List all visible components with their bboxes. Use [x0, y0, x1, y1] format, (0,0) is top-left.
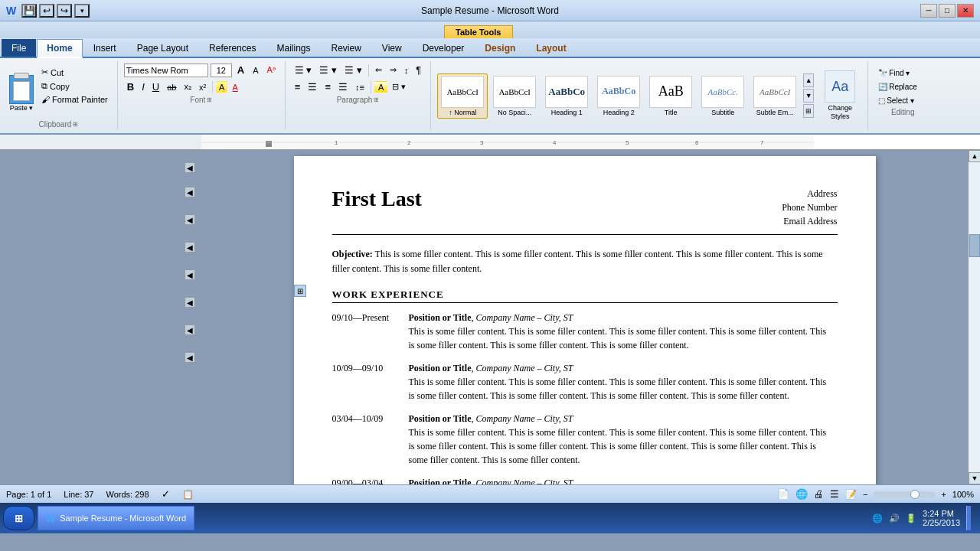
font-color-button[interactable]: A: [229, 81, 240, 93]
resume-objective: Objective: This is some filler content. …: [332, 247, 838, 276]
replace-button[interactable]: 🔄 Replace: [874, 81, 931, 93]
font-size-input[interactable]: [211, 64, 232, 77]
cut-button[interactable]: ✂ Cut: [38, 66, 111, 79]
numbering-button[interactable]: ☰ ▾: [316, 63, 340, 77]
tab-review[interactable]: Review: [321, 39, 371, 57]
close-button[interactable]: ✕: [957, 4, 974, 18]
binoculars-icon: 🔭: [878, 69, 887, 77]
qa-dropdown-button[interactable]: ▾: [74, 4, 90, 18]
start-button[interactable]: ⊞: [3, 506, 34, 530]
bullets-button[interactable]: ☰ ▾: [292, 63, 315, 77]
styles-more-button[interactable]: ⊞: [803, 104, 814, 118]
subscript-button[interactable]: x₂: [181, 80, 194, 93]
tab-insert[interactable]: Insert: [83, 39, 126, 57]
nav-arrow-6[interactable]: ◀: [185, 297, 195, 308]
italic-button[interactable]: I: [139, 80, 148, 94]
tab-file[interactable]: File: [2, 39, 36, 57]
show-desktop-button[interactable]: [966, 506, 971, 530]
style-heading1-button[interactable]: AaBbCo Heading 1: [541, 73, 592, 119]
editing-group: 🔭 Find ▾ 🔄 Replace ⬚ Select ▾ Editing: [868, 61, 937, 130]
save-button[interactable]: 💾: [21, 4, 37, 18]
document-area[interactable]: ⊞ First Last Address Phone Number Email …: [201, 150, 968, 484]
find-button[interactable]: 🔭 Find ▾: [874, 67, 931, 79]
tab-view[interactable]: View: [372, 39, 412, 57]
style-subtle-em-button[interactable]: AaBbCcI Subtle Em...: [750, 73, 800, 119]
battery-icon: 🔋: [906, 514, 916, 523]
show-paragraph-button[interactable]: ¶: [413, 63, 424, 77]
multilevel-button[interactable]: ☰ ▾: [341, 63, 365, 77]
nav-arrow-7[interactable]: ◀: [185, 324, 195, 335]
style-no-spacing-button[interactable]: AaBbCcI No Spaci...: [489, 73, 540, 119]
tab-home[interactable]: Home: [37, 39, 82, 58]
tab-design[interactable]: Design: [475, 39, 525, 57]
borders-button[interactable]: ⊟ ▾: [389, 80, 409, 93]
nav-arrow-4[interactable]: ◀: [185, 242, 195, 253]
grow-font-button[interactable]: A: [234, 63, 247, 77]
align-left-button[interactable]: ≡: [292, 80, 304, 94]
bold-button[interactable]: B: [124, 80, 137, 94]
tab-layout[interactable]: Layout: [526, 39, 576, 57]
track-changes-icon[interactable]: 📋: [182, 489, 194, 500]
clear-format-button[interactable]: Aᵃ: [263, 64, 278, 77]
justify-button[interactable]: ☰: [335, 80, 351, 94]
clipboard-expand-icon[interactable]: ⊞: [73, 121, 78, 128]
align-right-button[interactable]: ≡: [322, 80, 334, 94]
minimize-button[interactable]: ─: [920, 4, 937, 18]
strikethrough-button[interactable]: ab: [164, 81, 179, 93]
scroll-up-button[interactable]: ▲: [969, 150, 980, 162]
superscript-button[interactable]: x²: [196, 81, 209, 93]
nav-arrow-2[interactable]: ◀: [185, 187, 195, 197]
work-title-4: Position or Title: [409, 478, 472, 484]
shrink-font-button[interactable]: A: [250, 64, 261, 77]
paragraph-expand-icon[interactable]: ⊞: [374, 96, 379, 103]
view-draft-icon[interactable]: 📝: [845, 489, 857, 500]
tab-developer[interactable]: Developer: [413, 39, 475, 57]
style-normal-button[interactable]: AaBbCcI ↑ Normal: [437, 73, 488, 119]
nav-arrow-5[interactable]: ◀: [185, 269, 195, 280]
style-title-button[interactable]: AaB Title: [645, 73, 696, 119]
copy-button[interactable]: ⧉ Copy: [38, 80, 111, 93]
svg-text:7: 7: [760, 139, 764, 146]
nav-arrow-1[interactable]: ◀: [185, 162, 195, 173]
font-expand-icon[interactable]: ⊞: [207, 96, 212, 103]
style-heading2-button[interactable]: AaBbCo Heading 2: [593, 73, 644, 119]
view-outline-icon[interactable]: ☰: [830, 488, 839, 500]
align-center-button[interactable]: ☰: [305, 80, 320, 94]
select-button[interactable]: ⬚ Select ▾: [874, 95, 931, 106]
decrease-indent-button[interactable]: ⇐: [372, 64, 385, 77]
view-print-icon[interactable]: 🖨: [814, 488, 824, 500]
sort-button[interactable]: ↕: [401, 64, 412, 77]
format-painter-button[interactable]: 🖌 Format Painter: [38, 93, 111, 106]
shading-button[interactable]: A: [374, 81, 387, 93]
highlight-button[interactable]: A: [216, 81, 227, 93]
redo-button[interactable]: ↪: [57, 4, 72, 18]
view-normal-icon[interactable]: 📄: [777, 488, 789, 500]
right-scrollbar[interactable]: ▲ ▼: [968, 150, 980, 484]
style-subtitle-button[interactable]: AaBbCc. Subtitle: [697, 73, 748, 119]
change-styles-button[interactable]: Aa Change Styles: [818, 67, 861, 124]
taskbar-word-app[interactable]: W Sample Resume - Microsoft Word: [38, 506, 194, 530]
underline-button[interactable]: U: [149, 80, 162, 94]
scroll-thumb[interactable]: [969, 234, 980, 257]
increase-indent-button[interactable]: ⇒: [387, 64, 400, 77]
zoom-slider[interactable]: [874, 491, 935, 497]
nav-arrow-3[interactable]: ◀: [185, 214, 195, 225]
view-web-icon[interactable]: 🌐: [795, 488, 808, 500]
zoom-out-button[interactable]: −: [863, 490, 867, 499]
styles-scroll-down-button[interactable]: ▼: [803, 89, 814, 103]
tab-references[interactable]: References: [199, 39, 266, 57]
zoom-in-button[interactable]: +: [941, 490, 946, 499]
tab-page-layout[interactable]: Page Layout: [127, 39, 198, 57]
undo-button[interactable]: ↩: [39, 4, 54, 18]
scroll-down-button[interactable]: ▼: [969, 472, 980, 484]
maximize-button[interactable]: □: [939, 4, 956, 18]
styles-scroll-up-button[interactable]: ▲: [803, 73, 814, 87]
paste-button[interactable]: Paste ▾: [6, 63, 37, 115]
font-name-input[interactable]: [124, 64, 208, 77]
nav-arrow-8[interactable]: ◀: [185, 352, 195, 363]
table-move-handle[interactable]: ⊞: [294, 285, 306, 297]
format-painter-icon: 🖌: [41, 95, 50, 104]
proofing-icon[interactable]: ✓: [162, 488, 170, 500]
tab-mailings[interactable]: Mailings: [266, 39, 320, 57]
line-spacing-button[interactable]: ↕≡: [352, 81, 368, 93]
